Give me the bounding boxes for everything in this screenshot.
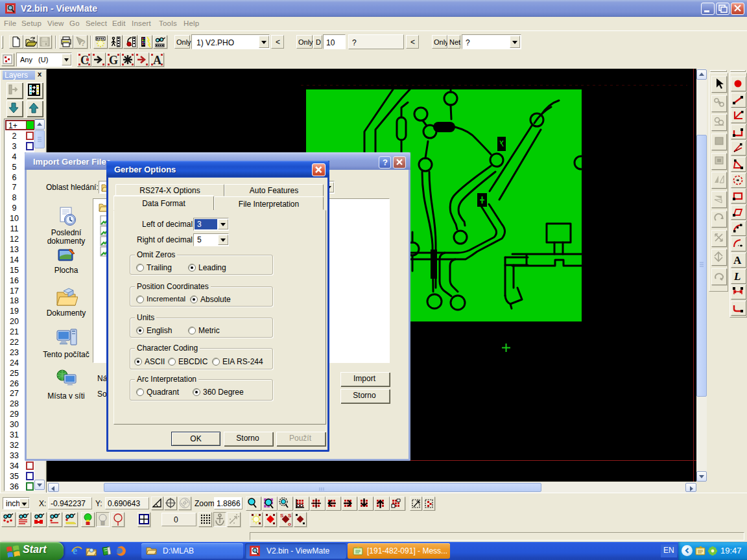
svg-text:L: L [733,270,741,283]
svg-text:S: S [280,513,284,519]
svg-text:o: o [288,521,291,526]
svg-text:?: ? [80,38,86,48]
svg-text:G: G [109,54,118,66]
svg-text:S: S [288,513,292,519]
svg-text:A: A [733,254,742,266]
svg-text:A: A [153,54,161,66]
